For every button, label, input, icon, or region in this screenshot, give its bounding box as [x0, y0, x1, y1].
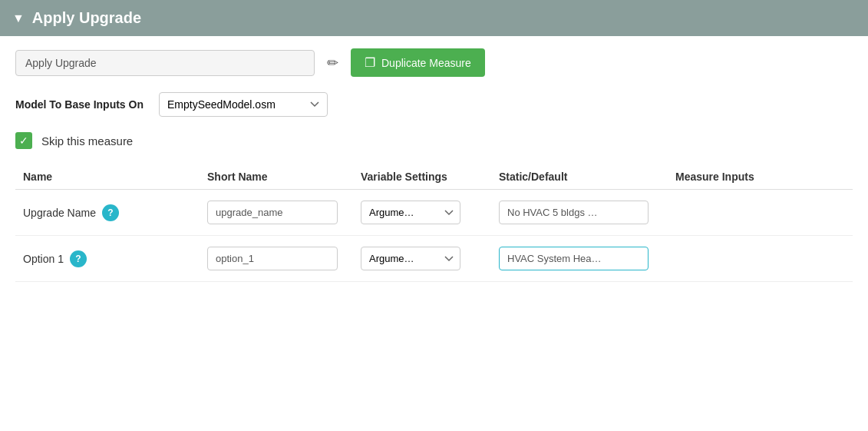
row-variable-cell: Argume…	[353, 190, 491, 236]
panel-header: ▼ Apply Upgrade	[0, 0, 868, 36]
help-badge[interactable]: ?	[70, 250, 87, 267]
row-name-cell: Upgrade Name ?	[15, 190, 200, 236]
table-body: Upgrade Name ? Argume… Option 1 ? Argume…	[15, 190, 853, 282]
checkmark-icon: ✓	[19, 134, 28, 147]
row-static-cell	[491, 236, 668, 282]
col-header-variable-settings: Variable Settings	[353, 164, 491, 190]
copy-icon: ❐	[365, 55, 375, 70]
table-header: Name Short Name Variable Settings Static…	[15, 164, 853, 190]
duplicate-measure-button[interactable]: ❐ Duplicate Measure	[351, 48, 485, 77]
short-name-input[interactable]	[207, 201, 338, 224]
skip-label: Skip this measure	[41, 134, 133, 148]
col-header-short-name: Short Name	[200, 164, 353, 190]
name-with-help: Upgrade Name ?	[23, 204, 192, 221]
model-row: Model To Base Inputs On EmptySeedModel.o…	[15, 92, 853, 117]
duplicate-btn-label: Duplicate Measure	[381, 57, 471, 69]
row-short-name-cell	[200, 190, 353, 236]
row-measure-inputs-cell	[668, 236, 853, 282]
row-name-cell: Option 1 ?	[15, 236, 200, 282]
panel-title: Apply Upgrade	[32, 9, 141, 27]
row-name-label: Upgrade Name	[23, 207, 96, 219]
col-header-name: Name	[15, 164, 200, 190]
edit-name-button[interactable]: ✏	[324, 51, 342, 75]
static-default-input[interactable]	[499, 201, 649, 224]
panel-content: ✏ ❐ Duplicate Measure Model To Base Inpu…	[0, 36, 868, 294]
col-header-static-default: Static/Default	[491, 164, 668, 190]
name-with-help: Option 1 ?	[23, 250, 192, 267]
measure-name-input[interactable]	[15, 50, 315, 76]
row-name-label: Option 1	[23, 253, 64, 265]
top-row: ✏ ❐ Duplicate Measure	[15, 48, 853, 77]
skip-measure-checkbox[interactable]: ✓	[15, 132, 32, 149]
parameters-table: Name Short Name Variable Settings Static…	[15, 164, 853, 282]
model-select[interactable]: EmptySeedModel.osm	[159, 92, 328, 117]
row-static-cell	[491, 190, 668, 236]
variable-select[interactable]: Argume…	[361, 201, 460, 224]
table-row: Upgrade Name ? Argume…	[15, 190, 853, 236]
chevron-down-icon[interactable]: ▼	[12, 12, 25, 25]
pencil-icon: ✏	[327, 55, 338, 71]
variable-select[interactable]: Argume…	[361, 247, 460, 270]
row-short-name-cell	[200, 236, 353, 282]
static-default-input[interactable]	[499, 247, 649, 270]
skip-row: ✓ Skip this measure	[15, 132, 853, 149]
short-name-input[interactable]	[207, 247, 338, 270]
row-variable-cell: Argume…	[353, 236, 491, 282]
model-label: Model To Base Inputs On	[15, 98, 144, 111]
col-header-measure-inputs: Measure Inputs	[668, 164, 853, 190]
help-badge[interactable]: ?	[102, 204, 119, 221]
row-measure-inputs-cell	[668, 190, 853, 236]
table-row: Option 1 ? Argume…	[15, 236, 853, 282]
